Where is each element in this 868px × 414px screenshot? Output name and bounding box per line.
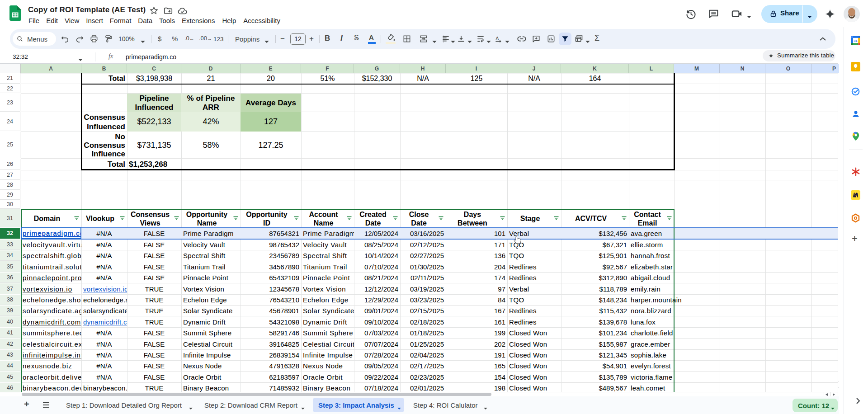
svg-text:A: A — [495, 36, 499, 41]
svg-text:31: 31 — [854, 39, 857, 43]
